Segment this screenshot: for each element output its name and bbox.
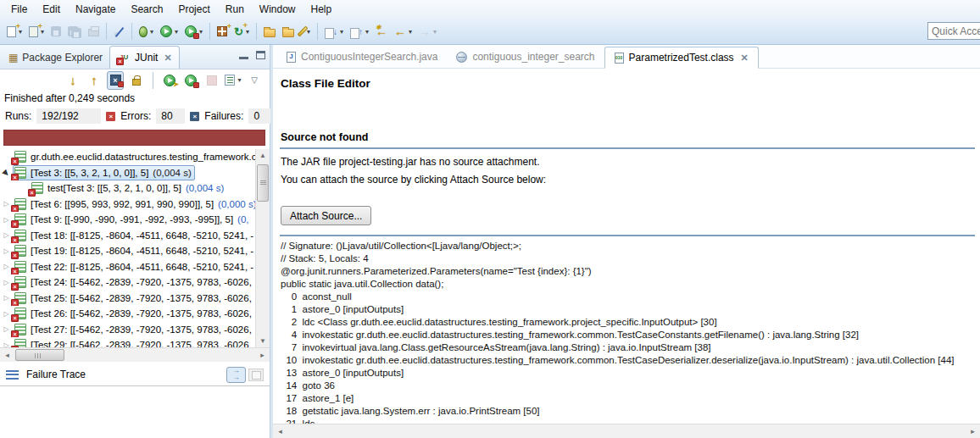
scroll-left-icon[interactable]: ◂ [0,348,14,362]
bytecode-line: 0 aconst_null [281,291,978,303]
tree-row[interactable]: ▷×[Test 6: [[995, 993, 992, 991, 990, 99… [0,197,270,213]
scroll-lock-button[interactable] [128,71,145,90]
new-java-project-icon: + [29,26,38,37]
dropdown-caret-icon[interactable]: ▾ [433,28,437,36]
dropdown-caret-icon[interactable]: ▾ [340,28,343,36]
tree-row[interactable]: ▷×[Test 26: [[-5462, -2839, -7920, -1375… [0,306,270,322]
scroll-down-icon[interactable]: ▼ [256,335,270,347]
minimize-icon[interactable] [239,57,248,59]
tree-row[interactable]: ▷×[Test 18: [[-8125, -8604, -4511, 6648,… [0,228,270,244]
tree-horizontal-scrollbar[interactable]: ◂ ▸ [0,347,270,362]
forward-button[interactable]: →▾ [415,21,440,42]
scroll-up-icon[interactable]: ▲ [256,149,270,162]
tree-row-content[interactable]: ×[Test 22: [[-8125, -8604, -4511, 6648, … [13,259,257,274]
close-icon[interactable]: ✕ [164,53,171,64]
previous-failed-test-button[interactable]: ↑ [86,71,103,90]
dropdown-caret-icon[interactable]: ▾ [199,28,203,36]
menu-navigate[interactable]: Navigate [68,1,123,18]
print-button[interactable] [85,21,103,42]
scrollbar-thumb[interactable] [15,349,64,361]
tree-row-content[interactable]: ×[Test 27: [[-5462, -2839, -7920, -1375,… [13,322,255,337]
editor-tab-parametrizedtest-class[interactable]: 010ParametrizedTest.class✕ [604,47,759,69]
test-error-icon: × [14,245,26,257]
dropdown-caret-icon[interactable]: ▾ [150,28,153,36]
tree-row[interactable]: ×gr.duth.ee.euclid.datastructures.testin… [0,149,270,165]
tree-row[interactable]: ▷×[Test 9: [[-990, -990, -991, -992, -99… [0,212,270,228]
tree-row-content[interactable]: ×[Test 26: [[-5462, -2839, -7920, -1375,… [13,306,255,321]
scroll-right-icon[interactable]: ▸ [966,424,980,438]
show-stack-trace-filter-button[interactable]: →→ [226,367,246,383]
previous-annotation-button[interactable]: ↑▾ [347,21,372,42]
menu-file[interactable]: File [3,1,35,18]
next-failed-test-button[interactable]: ↓ [64,71,81,90]
tree-row[interactable]: ▷×[Test 22: [[-8125, -8604, -4511, 6648,… [0,259,270,275]
show-failures-only-button[interactable]: × [107,71,124,90]
dropdown-caret-icon[interactable]: ▾ [409,28,412,36]
stop-button[interactable] [203,71,220,90]
debug-button[interactable]: ▾ [136,21,157,42]
update-refresh-button[interactable]: ↻+▾ [231,21,253,42]
tree-row[interactable]: ×test[Test 3: [[5, 3, 2, 1, 0, 0]], 5](0… [0,180,270,197]
view-tab-package-explorer[interactable]: ▦Package Explorer [2,46,109,69]
tree-row-content[interactable]: ×gr.duth.ee.euclid.datastructures.testin… [13,149,260,164]
view-menu-button[interactable]: ▽ [246,71,263,90]
scroll-right-icon[interactable]: ▸ [255,348,270,362]
last-edit-location-button[interactable]: ←✱ [372,21,391,42]
skip-all-breakpoints-button[interactable] [110,21,128,42]
next-annotation-button[interactable]: ↓▾ [321,21,347,42]
failures-value: 0 [248,108,270,124]
tree-row[interactable]: ▷×[Test 27: [[-5462, -2839, -7920, -1375… [0,322,270,338]
tree-row[interactable]: ▷×[Test 24: [[-5462, -2839, -7920, -1375… [0,274,270,291]
maximize-icon[interactable] [256,51,265,59]
compare-result-button[interactable] [248,369,264,381]
menu-project[interactable]: Project [170,1,217,18]
tree-row-content[interactable]: ×test[Test 3: [[5, 3, 2, 1, 0, 0]], 5](0… [30,180,227,196]
editor-tab-contiguousintegersearch-java[interactable]: JContiguousIntegerSearch.java [277,46,447,68]
editor-horizontal-scrollbar[interactable]: ◂ ▸ [273,424,980,438]
editor-tab-bar: JContiguousIntegerSearch.javacontiguous_… [273,45,980,69]
tree-row[interactable]: ▷×[Test 19: [[-8125, -8604, -4511, 6648,… [0,243,270,259]
tree-row[interactable]: ▶×[Test 3: [[5, 3, 2, 1, 0, 0]], 5](0,00… [0,165,270,181]
save-button[interactable] [47,21,64,42]
tree-row-content[interactable]: ×[Test 24: [[-5462, -2839, -7920, -1375,… [13,274,255,290]
import-folder-button[interactable] [279,21,298,42]
tree-vertical-scrollbar[interactable]: ▲ ▼ [255,149,270,347]
new-java-project-button[interactable]: +▾ [25,21,47,42]
scroll-left-icon[interactable]: ◂ [273,424,287,438]
rerun-test-button[interactable]: ➤ [161,71,178,90]
dropdown-caret-icon[interactable]: ▾ [365,28,369,36]
quick-access-input[interactable] [927,22,980,40]
java-ee-perspective-button[interactable]: + [214,21,231,42]
failure-trace-title: Failure Trace [26,369,86,380]
tree-row-content[interactable]: ×[Test 9: [[-990, -990, -991, -992, -993… [13,212,253,227]
tree-row[interactable]: ▷×[Test 25: [[-5462, -2839, -7920, -1375… [0,291,270,307]
close-icon[interactable]: ✕ [741,53,749,64]
tree-row-selected[interactable]: ×[Test 3: [[5, 3, 2, 1, 0, 0]], 5](0,004… [13,165,195,180]
tree-row-content[interactable]: ×[Test 25: [[-5462, -2839, -7920, -1375,… [13,291,255,306]
tree-row-content[interactable]: ×[Test 19: [[-8125, -8604, -4511, 6648, … [13,243,257,258]
menu-edit[interactable]: Edit [35,1,68,18]
rerun-failed-tests-button[interactable] [182,71,199,90]
new-button[interactable]: +▾ [3,21,25,42]
coverage-button[interactable]: ▾ [181,21,206,42]
menu-help[interactable]: Help [303,1,340,18]
open-task-folder-button[interactable] [260,21,279,42]
test-run-history-button[interactable]: ▾ [225,71,242,90]
tree-row[interactable]: ▷×[Test 29: [[-5462, -2839, -7920, -1375… [0,337,270,347]
dropdown-caret-icon[interactable]: ▾ [237,76,241,84]
tree-row-content[interactable]: ×[Test 29: [[-5462, -2839, -7920, -1375,… [13,337,253,347]
menu-run[interactable]: Run [218,1,252,18]
tree-row-content[interactable]: ×[Test 18: [[-8125, -8604, -4511, 6648, … [13,228,257,243]
dropdown-caret-icon[interactable]: ▾ [175,28,178,36]
view-tab-junit[interactable]: JU×JUnit✕ [109,46,180,69]
tree-row-content[interactable]: ×[Test 6: [[995, 993, 992, 991, 990, 990… [13,197,260,212]
highlighter-button[interactable]: ▾ [298,21,314,42]
editor-tab-contiguous-integer-search[interactable]: contiguous_integer_search [447,46,604,68]
menu-search[interactable]: Search [123,1,170,18]
menu-window[interactable]: Window [252,1,303,18]
back-button[interactable]: ←▾ [391,21,415,42]
scrollbar-thumb[interactable] [257,164,269,202]
save-all-button[interactable] [64,21,85,42]
attach-source-button[interactable]: Attach Source... [281,206,371,225]
run-button[interactable]: ▾ [157,21,181,42]
